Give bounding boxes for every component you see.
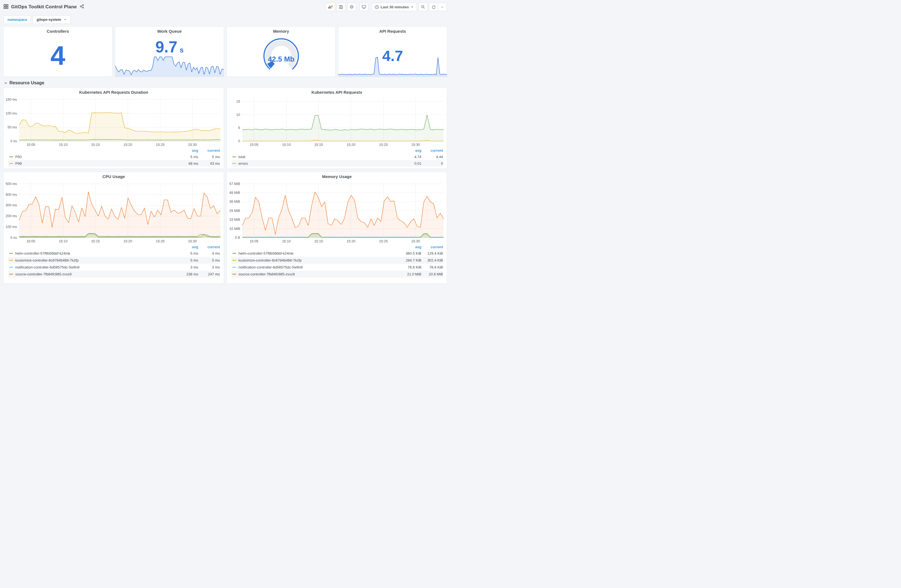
share-icon[interactable] xyxy=(80,4,84,10)
legend-sort-avg[interactable]: avg xyxy=(173,148,198,152)
legend-current-value: 247 ms xyxy=(198,272,220,276)
legend: avgcurrenttotal4.744.44errors0.010 xyxy=(227,147,447,168)
svg-text:0 B: 0 B xyxy=(235,236,240,240)
series-swatch xyxy=(9,163,13,164)
legend-sort-current[interactable]: current xyxy=(198,148,220,152)
series-swatch xyxy=(9,260,13,261)
legend-current-value: 20.6 MiB xyxy=(421,272,443,276)
refresh-button[interactable] xyxy=(429,3,438,11)
series-swatch xyxy=(232,274,236,275)
legend-avg-value: 360.5 KiB xyxy=(396,251,421,255)
legend-series-name[interactable]: source-controller-7fb84fc985-zvsz8 xyxy=(15,272,173,276)
panel-title[interactable]: Memory xyxy=(227,26,335,34)
legend-avg-value: 48 ms xyxy=(173,162,198,166)
zoom-out-icon xyxy=(421,5,425,9)
variable-label-namespace: namespace xyxy=(4,15,31,24)
svg-text:15:25: 15:25 xyxy=(379,143,388,147)
time-range-picker[interactable]: Last 30 minutes xyxy=(372,3,417,11)
variables-bar: namespace gitops-system xyxy=(0,14,450,26)
svg-text:15:15: 15:15 xyxy=(314,143,323,147)
panel-title[interactable]: Controllers xyxy=(4,26,112,34)
chevron-down-icon xyxy=(410,5,414,9)
legend-row: total4.744.44 xyxy=(231,153,443,160)
svg-text:100 ms: 100 ms xyxy=(6,225,17,229)
legend-row: helm-controller-57f9b56bbf-k24mk360.5 Ki… xyxy=(231,250,443,257)
panel-title[interactable]: Work Queue xyxy=(115,26,224,34)
panel-title[interactable]: Memory Usage xyxy=(227,172,447,179)
legend-sort-avg[interactable]: avg xyxy=(173,245,198,249)
legend-sort-current[interactable]: current xyxy=(198,245,220,249)
refresh-interval-dropdown[interactable] xyxy=(438,3,447,11)
navbar: GitOps Toolkit Control Plane xyxy=(0,0,450,14)
legend-sort-avg[interactable]: avg xyxy=(396,148,421,152)
legend-current-value: 129.4 KiB xyxy=(421,251,443,255)
legend-sort-avg[interactable]: avg xyxy=(396,245,421,249)
legend-current-value: 3 ms xyxy=(198,265,220,269)
svg-text:150 ms: 150 ms xyxy=(6,98,17,101)
legend-series-name[interactable]: kustomize-controller-6c6784b468-7kzfp xyxy=(15,258,173,262)
panel-title[interactable]: Kubernetes API Requests Duration xyxy=(4,88,224,95)
add-panel-button[interactable] xyxy=(326,3,335,11)
k8s-api-requests-plot[interactable]: 15:0515:1015:1515:2015:2515:30051015 xyxy=(227,95,447,147)
legend-row: notification-controller-6d56575dc-5w9n97… xyxy=(231,264,443,271)
panel-title[interactable]: API Requests xyxy=(338,26,447,34)
series-swatch xyxy=(232,267,236,268)
legend-series-name[interactable]: notification-controller-6d56575dc-5w9n9 xyxy=(238,265,396,269)
svg-text:29 MiB: 29 MiB xyxy=(229,209,240,213)
svg-text:50 ms: 50 ms xyxy=(8,125,17,129)
variable-value-dropdown[interactable]: gitops-system xyxy=(33,15,70,24)
svg-text:15:30: 15:30 xyxy=(412,143,420,147)
svg-text:15:30: 15:30 xyxy=(188,143,197,147)
panel-k8s-api-requests: Kubernetes API Requests 15:0515:1015:151… xyxy=(226,87,447,169)
memory-gauge: 42.5 Mb xyxy=(227,34,335,76)
dashboard-grid-icon[interactable] xyxy=(4,4,8,10)
section-resource-usage[interactable]: Resource Usage xyxy=(0,81,450,86)
legend-series-name[interactable]: kustomize-controller-6c6784b468-7kzfp xyxy=(238,258,396,262)
tv-kiosk-button[interactable] xyxy=(360,3,368,11)
zoom-out-button[interactable] xyxy=(419,3,427,11)
legend-row: kustomize-controller-6c6784b468-7kzfp284… xyxy=(231,257,443,264)
legend-header: avgcurrent xyxy=(231,147,443,153)
legend-series-name[interactable]: notification-controller-6d56575dc-5w9n9 xyxy=(15,265,173,269)
svg-text:15:05: 15:05 xyxy=(249,143,258,147)
legend-current-value: 5 ms xyxy=(198,155,220,159)
legend-series-name[interactable]: errors xyxy=(238,162,396,166)
section-title: Resource Usage xyxy=(9,81,44,86)
svg-text:15: 15 xyxy=(236,100,240,103)
svg-text:48 MiB: 48 MiB xyxy=(229,191,240,195)
legend-series-name[interactable]: P99 xyxy=(15,162,173,166)
legend: avgcurrenthelm-controller-57f9b56bbf-k24… xyxy=(4,244,224,279)
legend: avgcurrentP505 ms5 msP9948 ms43 ms xyxy=(4,147,224,168)
legend-sort-current[interactable]: current xyxy=(421,148,443,152)
cpu-usage-plot[interactable]: 15:0515:1015:1515:2015:2515:300 ns100 ms… xyxy=(4,179,224,244)
panel-memory-usage: Memory Usage 15:0515:1015:1515:2015:2515… xyxy=(226,172,447,284)
legend-current-value: 4 ms xyxy=(198,251,220,255)
panel-title[interactable]: Kubernetes API Requests xyxy=(227,88,447,95)
chevron-down-icon xyxy=(64,18,67,21)
legend-series-name[interactable]: helm-controller-57f9b56bbf-k24mk xyxy=(238,251,396,255)
legend-current-value: 0 xyxy=(421,162,443,166)
settings-button[interactable]: ⚙ xyxy=(347,3,356,11)
legend-series-name[interactable]: helm-controller-57f9b56bbf-k24mk xyxy=(15,251,173,255)
panel-title[interactable]: CPU Usage xyxy=(4,172,224,179)
legend-series-name[interactable]: P50 xyxy=(15,155,173,159)
legend-avg-value: 76.6 KiB xyxy=(396,265,421,269)
svg-text:15:10: 15:10 xyxy=(59,143,67,147)
legend-avg-value: 4.74 xyxy=(396,155,421,159)
memory-usage-plot[interactable]: 15:0515:1015:1515:2015:2515:300 B10 MiB1… xyxy=(227,179,447,244)
stat-value: 9.7 xyxy=(156,38,178,56)
gear-icon: ⚙ xyxy=(349,5,354,9)
legend-series-name[interactable]: total xyxy=(238,155,396,159)
svg-text:15:05: 15:05 xyxy=(249,240,258,243)
legend-avg-value: 0.01 xyxy=(396,162,421,166)
legend-avg-value: 284.7 KiB xyxy=(396,258,421,262)
save-dashboard-button[interactable] xyxy=(337,3,346,11)
legend-current-value: 4.44 xyxy=(421,155,443,159)
k8s-api-requests-duration-plot[interactable]: 15:0515:1015:1515:2015:2515:300 ns50 ms1… xyxy=(4,95,224,147)
legend-series-name[interactable]: source-controller-7fb84fc985-zvsz8 xyxy=(238,272,396,276)
svg-text:200 ms: 200 ms xyxy=(6,214,17,218)
graphs-row-1: Kubernetes API Requests Duration 15:0515… xyxy=(0,87,450,169)
series-swatch xyxy=(232,156,236,157)
legend-row: errors0.010 xyxy=(231,160,443,167)
legend-sort-current[interactable]: current xyxy=(421,245,443,249)
